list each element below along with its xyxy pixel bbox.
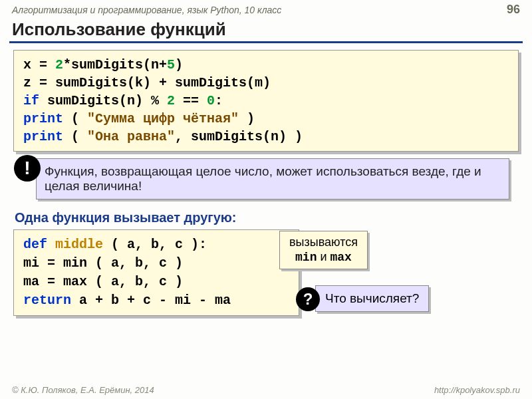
note-text: Функция, возвращающая целое число, может…: [45, 164, 481, 193]
callout-line1: вызываются: [289, 235, 358, 250]
code-line: def middle ( a, b, c ):: [23, 235, 289, 254]
page-number: 96: [507, 3, 520, 17]
code-line: mi = min ( a, b, c ): [23, 254, 289, 273]
url: http://kpolyakov.spb.ru: [434, 385, 520, 395]
code-line: z = sumDigits(k) + sumDigits(m): [23, 74, 509, 92]
code-line: return a + b + c - mi - ma: [23, 291, 289, 310]
callout-box: вызываются min и max: [279, 231, 368, 269]
question-text: Что вычисляет?: [325, 291, 419, 305]
callout-line2: min и max: [289, 250, 358, 265]
code-line: print ( "Сумма цифр чётная" ): [23, 110, 509, 128]
footer: © К.Ю. Поляков, Е.А. Ерёмин, 2014 http:/…: [0, 385, 532, 395]
question-box: ? Что вычисляет?: [315, 285, 429, 312]
code-line: if sumDigits(n) % 2 == 0:: [23, 92, 509, 110]
note-box: ! Функция, возвращающая целое число, мож…: [36, 158, 509, 200]
lower-section: def middle ( a, b, c ): mi = min ( a, b,…: [13, 229, 519, 316]
exclamation-icon: !: [14, 155, 41, 182]
code-block-2: def middle ( a, b, c ): mi = min ( a, b,…: [13, 229, 299, 316]
code-line: print ( "Она равна", sumDigits(n) ): [23, 128, 509, 146]
copyright: © К.Ю. Поляков, Е.А. Ерёмин, 2014: [12, 385, 154, 395]
header: Алгоритмизация и программирование, язык …: [0, 0, 532, 18]
title-rule: [9, 41, 523, 43]
code-block-1: x = 2*sumDigits(n+5) z = sumDigits(k) + …: [13, 50, 519, 152]
slide: Алгоритмизация и программирование, язык …: [0, 0, 532, 399]
subheader: Одна функция вызывает другую:: [0, 209, 532, 229]
subject: Алгоритмизация и программирование, язык …: [12, 5, 281, 15]
page-title: Использование функций: [0, 18, 532, 40]
code-line: ma = max ( a, b, c ): [23, 273, 289, 291]
question-icon: ?: [296, 287, 320, 311]
code-line: x = 2*sumDigits(n+5): [23, 56, 509, 74]
